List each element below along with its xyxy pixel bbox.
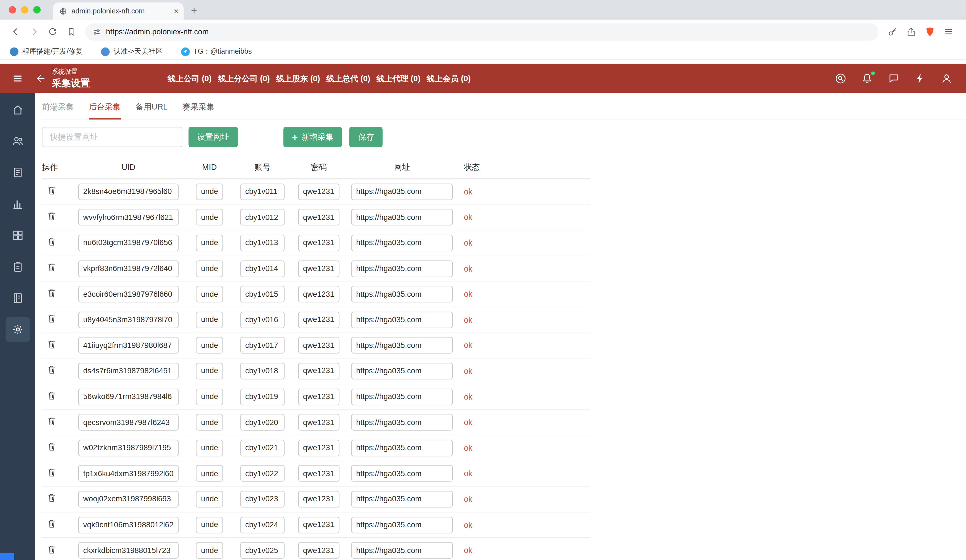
- account-input[interactable]: [240, 312, 285, 328]
- password-input[interactable]: [298, 465, 340, 482]
- account-input[interactable]: [240, 183, 285, 200]
- delete-row-button[interactable]: [47, 211, 57, 221]
- password-input[interactable]: [298, 491, 340, 507]
- sidebar-users-icon[interactable]: [5, 129, 30, 153]
- header-nav-item-6[interactable]: 线上会员 (0): [427, 73, 471, 84]
- password-input[interactable]: [298, 363, 340, 379]
- header-nav-item-3[interactable]: 线上股东 (0): [276, 73, 320, 84]
- search-icon[interactable]: [835, 73, 847, 84]
- delete-row-button[interactable]: [47, 493, 57, 503]
- mid-input[interactable]: [196, 542, 223, 559]
- uid-input[interactable]: [78, 491, 179, 507]
- profile-icon[interactable]: [941, 73, 953, 84]
- bookmark-item-2[interactable]: 认准->天美社区: [101, 47, 163, 56]
- sidebar-journal-icon[interactable]: [5, 286, 30, 310]
- password-input[interactable]: [298, 235, 340, 251]
- delete-row-button[interactable]: [47, 365, 57, 375]
- uid-input[interactable]: [78, 260, 179, 277]
- tab-1[interactable]: 前端采集: [42, 102, 74, 120]
- mid-input[interactable]: [196, 337, 223, 354]
- url-input[interactable]: [351, 286, 453, 303]
- mid-input[interactable]: [196, 414, 223, 430]
- account-input[interactable]: [240, 260, 285, 277]
- delete-row-button[interactable]: [47, 314, 57, 324]
- account-input[interactable]: [240, 516, 285, 533]
- password-input[interactable]: [298, 209, 340, 226]
- uid-input[interactable]: [78, 542, 179, 559]
- save-button[interactable]: 保存: [349, 127, 383, 147]
- delete-row-button[interactable]: [47, 390, 57, 400]
- browser-menu-icon[interactable]: [940, 24, 956, 40]
- minimize-window-button[interactable]: [21, 6, 28, 13]
- delete-row-button[interactable]: [47, 288, 57, 298]
- browser-tab[interactable]: admin.poloniex-nft.com ×: [53, 3, 184, 20]
- password-input[interactable]: [298, 286, 340, 303]
- password-input[interactable]: [298, 542, 340, 559]
- uid-input[interactable]: [78, 183, 179, 200]
- account-input[interactable]: [240, 388, 285, 405]
- mid-input[interactable]: [196, 440, 223, 457]
- uid-input[interactable]: [78, 414, 179, 430]
- url-input[interactable]: [351, 312, 453, 328]
- password-input[interactable]: [298, 516, 340, 533]
- url-input[interactable]: [351, 516, 453, 533]
- password-input[interactable]: [298, 388, 340, 405]
- url-input[interactable]: [351, 491, 453, 507]
- delete-row-button[interactable]: [47, 339, 57, 349]
- key-icon[interactable]: [885, 24, 900, 40]
- url-input[interactable]: [351, 388, 453, 405]
- mid-input[interactable]: [196, 465, 223, 482]
- mid-input[interactable]: [196, 209, 223, 226]
- uid-input[interactable]: [78, 516, 179, 533]
- account-input[interactable]: [240, 286, 285, 303]
- mid-input[interactable]: [196, 516, 223, 533]
- bookmark-icon[interactable]: [63, 24, 79, 40]
- uid-input[interactable]: [78, 440, 179, 457]
- header-nav-item-5[interactable]: 线上代理 (0): [376, 73, 421, 84]
- account-input[interactable]: [240, 209, 285, 226]
- back-arrow-icon[interactable]: [35, 73, 47, 84]
- menu-toggle-icon[interactable]: [0, 73, 35, 84]
- account-input[interactable]: [240, 491, 285, 507]
- new-tab-button[interactable]: +: [191, 6, 197, 16]
- sidebar-clipboard-icon[interactable]: [5, 254, 30, 279]
- forward-icon[interactable]: [26, 24, 42, 40]
- password-input[interactable]: [298, 260, 340, 277]
- sidebar-document-icon[interactable]: [5, 160, 30, 185]
- sidebar-home-icon[interactable]: [5, 97, 30, 122]
- password-input[interactable]: [298, 183, 340, 200]
- account-input[interactable]: [240, 414, 285, 430]
- uid-input[interactable]: [78, 286, 179, 303]
- uid-input[interactable]: [78, 465, 179, 482]
- delete-row-button[interactable]: [47, 544, 57, 554]
- tab-4[interactable]: 赛果采集: [182, 102, 214, 120]
- bookmark-item-3[interactable]: TG：@tianmeibbs: [181, 47, 252, 56]
- password-input[interactable]: [298, 337, 340, 354]
- password-input[interactable]: [298, 312, 340, 328]
- account-input[interactable]: [240, 235, 285, 251]
- mid-input[interactable]: [196, 388, 223, 405]
- lightning-icon[interactable]: [914, 73, 926, 84]
- uid-input[interactable]: [78, 235, 179, 251]
- sidebar-chart-icon[interactable]: [5, 191, 30, 216]
- delete-row-button[interactable]: [47, 442, 57, 452]
- brave-shield-icon[interactable]: [922, 24, 938, 40]
- notifications-bell-icon[interactable]: [861, 73, 873, 84]
- uid-input[interactable]: [78, 209, 179, 226]
- account-input[interactable]: [240, 363, 285, 379]
- url-input[interactable]: [351, 209, 453, 226]
- bookmark-item-1[interactable]: 程序搭建/开发/修复: [10, 47, 83, 56]
- delete-row-button[interactable]: [47, 263, 57, 272]
- header-nav-item-4[interactable]: 线上总代 (0): [326, 73, 370, 84]
- url-input[interactable]: [351, 183, 453, 200]
- sidebar-modules-icon[interactable]: [5, 223, 30, 248]
- delete-row-button[interactable]: [47, 416, 57, 426]
- url-bar[interactable]: https://admin.poloniex-nft.com: [85, 23, 879, 41]
- mid-input[interactable]: [196, 491, 223, 507]
- uid-input[interactable]: [78, 312, 179, 328]
- url-input[interactable]: [351, 363, 453, 379]
- tab-2[interactable]: 后台采集: [89, 102, 121, 120]
- mid-input[interactable]: [196, 260, 223, 277]
- share-icon[interactable]: [903, 24, 919, 40]
- account-input[interactable]: [240, 465, 285, 482]
